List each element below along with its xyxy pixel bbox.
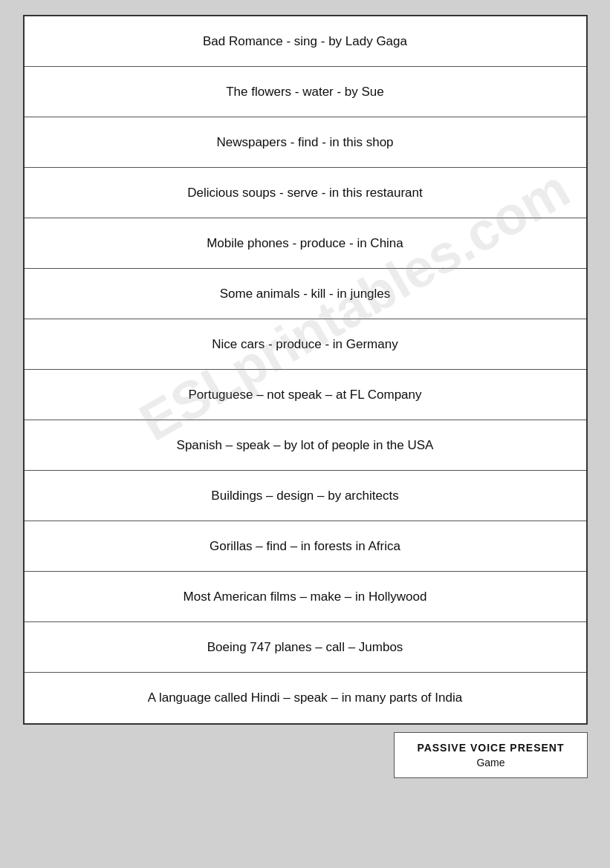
- sentence-row-4: Delicious soups - serve - in this restau…: [25, 168, 586, 218]
- sentence-row-7: Nice cars - produce - in Germany: [25, 319, 586, 370]
- sentence-row-3: Newspapers - find - in this shop: [25, 117, 586, 168]
- sentence-row-12: Most American films – make – in Hollywoo…: [25, 572, 586, 622]
- main-table: Bad Romance - sing - by Lady GagaThe flo…: [23, 15, 588, 725]
- sentence-row-1: Bad Romance - sing - by Lady Gaga: [25, 16, 586, 67]
- footer-container: PASSIVE VOICE PRESENT Game: [23, 732, 588, 778]
- sentence-row-10: Buildings – design – by architects: [25, 471, 586, 521]
- footer-title: PASSIVE VOICE PRESENT: [417, 742, 564, 754]
- sentence-row-9: Spanish – speak – by lot of people in th…: [25, 420, 586, 471]
- sentence-row-14: A language called Hindi – speak – in man…: [25, 673, 586, 723]
- sentence-row-6: Some animals - kill - in jungles: [25, 269, 586, 319]
- sentence-row-13: Boeing 747 planes – call – Jumbos: [25, 622, 586, 673]
- sentence-row-2: The flowers - water - by Sue: [25, 67, 586, 117]
- footer-box: PASSIVE VOICE PRESENT Game: [394, 732, 587, 778]
- sentence-row-11: Gorillas – find – in forests in Africa: [25, 521, 586, 572]
- sentence-row-8: Portuguese – not speak – at FL Company: [25, 370, 586, 420]
- footer-subtitle: Game: [417, 757, 564, 769]
- sentence-row-5: Mobile phones - produce - in China: [25, 218, 586, 269]
